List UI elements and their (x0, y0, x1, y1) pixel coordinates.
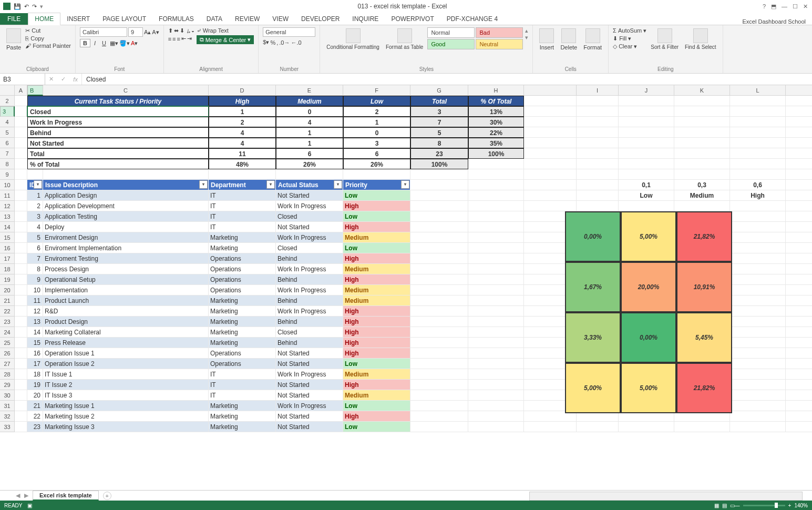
paste-button[interactable]: Paste (4, 27, 23, 52)
paste-icon (6, 28, 21, 43)
font-size-select[interactable]: 9 (128, 27, 143, 37)
ribbon-options-icon[interactable]: ⬒ (771, 3, 776, 10)
filter-dropdown-icon[interactable]: ▾ (266, 180, 275, 189)
name-box[interactable]: B3 (0, 74, 45, 85)
macro-record-icon[interactable]: ▣ (27, 503, 32, 508)
align-right-icon[interactable]: ≡ (177, 36, 180, 42)
qat-save-icon[interactable]: 💾 (14, 3, 21, 10)
formula-input[interactable]: Closed (82, 74, 812, 85)
align-top-icon[interactable]: ⬆ (168, 27, 173, 34)
delete-button[interactable]: Delete (558, 27, 579, 52)
percent-icon[interactable]: % (270, 39, 275, 46)
format-painter-button[interactable]: 🖌 Format Painter (25, 43, 71, 49)
inc-decimal-icon[interactable]: .0→ (279, 39, 290, 46)
dec-decimal-icon[interactable]: ←.0 (291, 39, 301, 46)
tab-inquire[interactable]: INQUIRE (346, 13, 385, 25)
filter-dropdown-icon[interactable]: ▾ (34, 180, 42, 189)
sheet-tabs: ◀ ▶ Excel risk template + (0, 490, 812, 501)
tab-formulas[interactable]: FORMULAS (152, 13, 200, 25)
fx-icon[interactable]: fx (73, 76, 78, 83)
align-left-icon[interactable]: ≡ (168, 36, 171, 42)
cancel-formula-icon[interactable]: ✕ (49, 76, 54, 83)
tab-data[interactable]: DATA (200, 13, 229, 25)
currency-icon[interactable]: $▾ (263, 39, 269, 46)
add-sheet-button[interactable]: + (103, 492, 111, 500)
zoom-in-button[interactable]: + (788, 503, 792, 508)
addin-label[interactable]: Excel Dashboard School (743, 18, 812, 25)
tab-developer[interactable]: DEVELOPER (295, 13, 346, 25)
view-layout-icon[interactable]: ▤ (722, 503, 727, 508)
sheet-nav-prev-icon[interactable]: ◀ (16, 492, 20, 499)
conditional-formatting-button[interactable]: Conditional Formatting (324, 27, 382, 51)
font-name-select[interactable]: Calibri (80, 27, 127, 37)
enter-formula-icon[interactable]: ✓ (61, 76, 66, 83)
sort-icon (657, 28, 672, 43)
grow-font-icon[interactable]: A▴ (144, 29, 151, 36)
align-center-icon[interactable]: ≡ (172, 36, 176, 42)
indent-inc-icon[interactable]: ⇥ (187, 35, 192, 42)
fill-color-button[interactable]: 🪣▾ (119, 40, 130, 47)
number-format-select[interactable]: General (263, 27, 315, 37)
zoom-slider[interactable] (743, 505, 785, 506)
bold-button[interactable]: B (80, 39, 90, 47)
wrap-text-button[interactable]: ⤶ Wrap Text (197, 27, 254, 34)
tab-review[interactable]: REVIEW (229, 13, 266, 25)
insert-button[interactable]: Insert (537, 27, 556, 52)
tab-pdf[interactable]: PDF-XChange 4 (440, 13, 504, 25)
style-bad[interactable]: Bad (476, 27, 523, 38)
merge-center-button[interactable]: ⧉ Merge & Center ▾ (197, 35, 254, 44)
worksheet-grid[interactable]: ABCDEFGHIJKL2Current Task Status / Prior… (0, 85, 812, 490)
close-icon[interactable]: ✕ (803, 3, 808, 10)
shrink-font-icon[interactable]: A▾ (152, 29, 159, 36)
find-select-button[interactable]: Find & Select (683, 27, 718, 51)
italic-button[interactable]: I (91, 39, 98, 47)
qat-customize-icon[interactable]: ▾ (40, 3, 43, 10)
autosum-button[interactable]: Σ AutoSum ▾ (613, 27, 646, 34)
tab-insert[interactable]: INSERT (60, 13, 96, 25)
border-button[interactable]: ▦▾ (110, 40, 118, 47)
group-editing: Σ AutoSum ▾ ⬇ Fill ▾ ◇ Clear ▾ Sort & Fi… (609, 25, 723, 73)
filter-dropdown-icon[interactable]: ▾ (199, 180, 208, 189)
zoom-level[interactable]: 140% (794, 503, 808, 508)
format-icon (585, 28, 600, 43)
clear-button[interactable]: ◇ Clear ▾ (613, 43, 646, 50)
copy-button[interactable]: ⎘ Copy (25, 35, 71, 42)
indent-dec-icon[interactable]: ⇤ (181, 35, 186, 42)
cut-button[interactable]: ✂ Cut (25, 27, 71, 34)
minimize-icon[interactable]: — (782, 3, 787, 10)
style-normal[interactable]: Normal (427, 27, 475, 38)
view-break-icon[interactable]: ▭ (730, 503, 735, 508)
qat-undo-icon[interactable]: ↶ (24, 3, 29, 10)
group-alignment: ⬆ ⬌ ⬇ ⭞▾ ≡ ≡ ≡ ⇤ ⇥ ⤶ Wrap Text ⧉ Merge &… (164, 25, 259, 73)
zoom-out-button[interactable]: — (735, 503, 740, 508)
tab-home[interactable]: HOME (28, 13, 60, 25)
align-middle-icon[interactable]: ⬌ (174, 27, 179, 34)
style-neutral[interactable]: Neutral (476, 39, 523, 49)
tab-view[interactable]: VIEW (266, 13, 295, 25)
sheet-tab-active[interactable]: Excel risk template (33, 491, 99, 501)
format-as-table-button[interactable]: Format as Table (384, 27, 426, 51)
sort-filter-button[interactable]: Sort & Filter (649, 27, 681, 51)
group-font: Calibri 9 A▴ A▾ B I U ▦▾ 🪣▾ A▾ Font (76, 25, 164, 73)
excel-icon (3, 3, 11, 10)
help-icon[interactable]: ? (763, 3, 766, 10)
tab-powerpivot[interactable]: POWERPIVOT (385, 13, 440, 25)
format-button[interactable]: Format (581, 27, 604, 52)
tab-page-layout[interactable]: PAGE LAYOUT (96, 13, 152, 25)
fill-button[interactable]: ⬇ Fill ▾ (613, 35, 646, 42)
sheet-nav-next-icon[interactable]: ▶ (24, 492, 28, 499)
group-clipboard: Paste ✂ Cut ⎘ Copy 🖌 Format Painter Clip… (0, 25, 76, 73)
style-good[interactable]: Good (427, 39, 475, 49)
qat-redo-icon[interactable]: ↷ (32, 3, 37, 10)
comma-icon[interactable]: , (276, 39, 278, 46)
orientation-icon[interactable]: ⭞▾ (186, 28, 194, 34)
maximize-icon[interactable]: ☐ (793, 3, 798, 10)
horizontal-scrollbar[interactable] (529, 492, 803, 501)
filter-dropdown-icon[interactable]: ▾ (334, 180, 342, 189)
underline-button[interactable]: U (99, 39, 109, 47)
view-normal-icon[interactable]: ▦ (714, 503, 719, 508)
filter-dropdown-icon[interactable]: ▾ (401, 180, 409, 189)
tab-file[interactable]: FILE (0, 13, 28, 25)
align-bottom-icon[interactable]: ⬇ (180, 27, 184, 34)
font-color-button[interactable]: A▾ (131, 40, 138, 47)
